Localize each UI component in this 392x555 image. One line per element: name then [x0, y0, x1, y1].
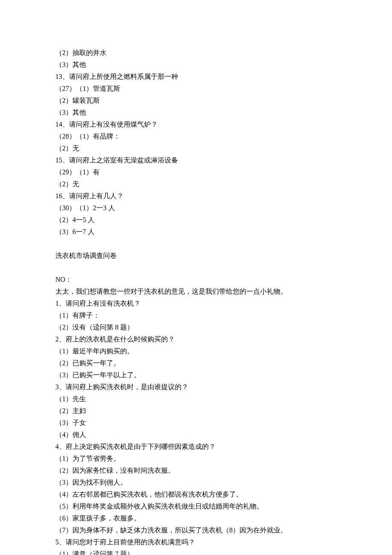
text-line: （2）罐装瓦斯 [55, 95, 337, 107]
text-line: （1）满意（迳问第 7 题）。 [55, 548, 337, 555]
text-line: （3）其他 [55, 107, 337, 119]
text-line: （1）最近半年内购买的。 [55, 345, 337, 357]
text-line: （1）先生 [55, 393, 337, 405]
text-line: 4、府上决定购买洗衣机是由于下列哪些因素造成的？ [55, 441, 337, 453]
text-line: 2、府上的洗衣机是在什么时候购买的？ [55, 333, 337, 345]
text-line: 5、请问您对于府上目前使用的洗衣机满意吗？ [55, 536, 337, 548]
text-line: （5）利用年终奖金或额外收入购买洗衣机做生日或结婚周年的礼物。 [55, 500, 337, 512]
text-line: （3）其他 [55, 59, 337, 71]
text-line: （28）（1）有品牌： [55, 130, 337, 142]
text-line: 16、请问府上有几人？ [55, 190, 337, 202]
text-line: （2）因为家务忙碌，没有时间洗衣服。 [55, 465, 337, 477]
text-line: （3）已购买一年半以上了。 [55, 369, 337, 381]
text-line: （3）子女 [55, 417, 337, 429]
text-line: （7）因为身体不好，缺乏体力洗衣服，所以买了洗衣机（8）因为在外就业。 [55, 524, 337, 536]
text-line: 14、请问府上有没有使用煤气炉？ [55, 119, 337, 130]
text-line: （1）有牌子： [55, 309, 337, 321]
document-body: （2）抽取的井水（3）其他13、请问府上所使用之燃料系属于那一种（27）（1）管… [55, 47, 337, 555]
blank-line [55, 262, 337, 274]
text-line: 1、请问府上有没有洗衣机？ [55, 298, 337, 309]
text-line: 3、请问府上购买洗衣机时，是由谁提议的？ [55, 381, 337, 393]
text-line: 洗衣机市场调查问卷 [55, 250, 337, 262]
text-line: （1）为了节省劳务。 [55, 453, 337, 465]
text-line: NO： [55, 274, 337, 286]
text-line: （4）佣人 [55, 429, 337, 441]
text-line: （2）4一5 人 [55, 214, 337, 226]
blank-line [55, 238, 337, 250]
text-line: （3）因为找不到佣人。 [55, 477, 337, 489]
text-line: （2）无 [55, 178, 337, 190]
text-line: （2）已购买一年了。 [55, 357, 337, 369]
text-line: （30）（1）2一3 人 [55, 202, 337, 214]
text-line: （3）6一7 人 [55, 226, 337, 238]
text-line: （2）主妇 [55, 405, 337, 417]
text-line: 13、请问府上所使用之燃料系属于那一种 [55, 71, 337, 83]
text-line: （29）（1）有 [55, 166, 337, 178]
text-line: （2）无 [55, 142, 337, 154]
text-line: 15、请问府上之浴室有无澡盆或淋浴设备 [55, 154, 337, 166]
text-line: （2）抽取的井水 [55, 47, 337, 59]
text-line: （4）左右邻居都已购买洗衣机，他们都说有洗衣机方便多了。 [55, 489, 337, 500]
text-line: 太太，我们想请教您一些对于洗衣机的意见，这是我们带给您的一点小礼物。 [55, 286, 337, 298]
text-line: （6）家里孩子多，衣服多。 [55, 512, 337, 524]
text-line: （2）没有（迳问第 8 题） [55, 321, 337, 333]
text-line: （27）（1）管道瓦斯 [55, 83, 337, 95]
